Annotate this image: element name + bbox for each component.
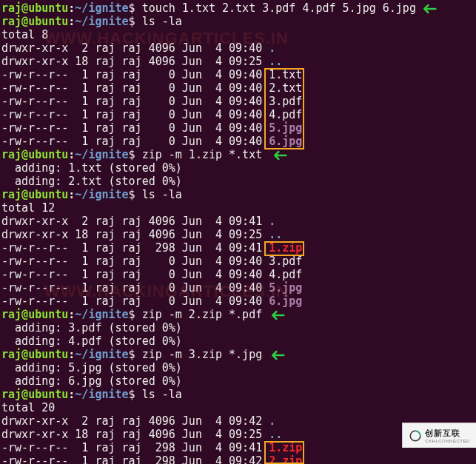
prompt-host: ubuntu xyxy=(28,308,68,321)
ls-row: drwxr-xr-x 2 raj raj 4096 Jun 4 09:40 . xyxy=(1,41,475,55)
prompt-at: @ xyxy=(21,348,28,361)
ls-meta: drwxr-xr-x 18 raj raj 4096 Jun 4 09:25 xyxy=(1,55,269,68)
command-text[interactable]: zip -m 2.zip *.pdf xyxy=(142,308,263,321)
output-line: total 20 xyxy=(1,401,475,414)
ls-meta: -rw-r--r-- 1 raj raj 0 Jun 4 09:40 xyxy=(1,68,269,81)
prompt-colon: : xyxy=(68,308,75,321)
prompt-line: raj@ubuntu:~/ignite$ zip -m 2.zip *.pdf xyxy=(1,308,475,321)
prompt-line: raj@ubuntu:~/ignite$ zip -m 1.zip *.txt xyxy=(1,148,475,161)
ls-meta: -rw-r--r-- 1 raj raj 0 Jun 4 09:40 xyxy=(1,135,269,148)
command-text[interactable]: ls -la xyxy=(142,188,182,201)
output-line: adding: 6.jpg (stored 0%) xyxy=(1,374,475,388)
output-line: adding: 1.txt (stored 0%) xyxy=(1,161,475,175)
ls-meta: -rw-r--r-- 1 raj raj 0 Jun 4 09:40 xyxy=(1,268,269,281)
ls-row: -rw-r--r-- 1 raj raj 0 Jun 4 09:40 5.jpg xyxy=(1,281,475,295)
command-text[interactable]: zip -m 1.zip *.txt xyxy=(142,148,263,161)
prompt-path: ~/ignite xyxy=(75,148,128,161)
prompt-path: ~/ignite xyxy=(75,308,128,321)
prompt-line: raj@ubuntu:~/ignite$ zip -m 3.zip *.jpg xyxy=(1,348,475,361)
output-line: adding: 3.pdf (stored 0%) xyxy=(1,321,475,334)
prompt-at: @ xyxy=(21,148,28,161)
prompt-at: @ xyxy=(21,1,28,15)
output-line: total 12 xyxy=(1,201,475,215)
ls-row: drwxr-xr-x 18 raj raj 4096 Jun 4 09:25 .… xyxy=(1,55,475,68)
prompt-dollar: $ xyxy=(129,308,142,321)
prompt-path: ~/ignite xyxy=(75,348,128,361)
ls-filename: 5.jpg xyxy=(269,281,302,295)
prompt-colon: : xyxy=(68,1,75,15)
ls-filename: 1.zip xyxy=(269,441,302,454)
prompt-colon: : xyxy=(68,348,75,361)
ls-meta: -rw-r--r-- 1 raj raj 298 Jun 4 09:42 xyxy=(1,454,269,464)
ls-row: -rw-r--r-- 1 raj raj 0 Jun 4 09:40 3.pdf xyxy=(1,255,475,268)
command-text[interactable]: ls -la xyxy=(142,388,182,401)
ls-filename: 4.pdf xyxy=(269,268,302,281)
prompt-path: ~/ignite xyxy=(75,15,128,28)
ls-row: -rw-r--r-- 1 raj raj 298 Jun 4 09:42 2.z… xyxy=(1,454,475,464)
prompt-line: raj@ubuntu:~/ignite$ ls -la xyxy=(1,388,475,401)
prompt-host: ubuntu xyxy=(28,188,68,201)
prompt-host: ubuntu xyxy=(28,1,68,15)
prompt-colon: : xyxy=(68,15,75,28)
prompt-line: raj@ubuntu:~/ignite$ ls -la xyxy=(1,15,475,28)
prompt-at: @ xyxy=(21,308,28,321)
ls-row: -rw-r--r-- 1 raj raj 0 Jun 4 09:40 3.pdf xyxy=(1,95,475,108)
ls-filename: 6.jpg xyxy=(269,135,302,148)
prompt-colon: : xyxy=(68,388,75,401)
prompt-user: raj xyxy=(1,15,21,28)
prompt-host: ubuntu xyxy=(28,388,68,401)
ls-filename: 6.jpg xyxy=(269,295,302,308)
prompt-host: ubuntu xyxy=(28,15,68,28)
terminal-output: raj@ubuntu:~/ignite$ touch 1.txt 2.txt 3… xyxy=(0,0,476,464)
publisher-badge: 创新互联 CXHLCONNECTED xyxy=(402,423,476,448)
ls-filename: 5.jpg xyxy=(269,121,302,135)
prompt-dollar: $ xyxy=(129,388,142,401)
output-line: total 8 xyxy=(1,28,475,41)
ls-meta: -rw-r--r-- 1 raj raj 298 Jun 4 09:41 xyxy=(1,441,269,454)
ls-filename: .. xyxy=(269,55,282,68)
ls-filename: . xyxy=(269,41,275,55)
ls-filename: . xyxy=(269,414,275,428)
ls-row: -rw-r--r-- 1 raj raj 0 Jun 4 09:40 4.pdf xyxy=(1,268,475,281)
publisher-brand: 创新互联 xyxy=(425,428,460,437)
prompt-user: raj xyxy=(1,148,21,161)
ls-filename: 2.txt xyxy=(269,81,302,95)
prompt-user: raj xyxy=(1,388,21,401)
ls-filename: 3.pdf xyxy=(269,95,302,108)
publisher-logo-icon xyxy=(409,429,422,443)
prompt-dollar: $ xyxy=(129,148,142,161)
ls-meta: -rw-r--r-- 1 raj raj 0 Jun 4 09:40 xyxy=(1,281,269,295)
command-text[interactable]: touch 1.txt 2.txt 3.pdf 4.pdf 5.jpg 6.jp… xyxy=(142,1,416,15)
ls-row: -rw-r--r-- 1 raj raj 0 Jun 4 09:40 4.pdf xyxy=(1,108,475,121)
prompt-line: raj@ubuntu:~/ignite$ touch 1.txt 2.txt 3… xyxy=(1,1,475,15)
ls-meta: drwxr-xr-x 2 raj raj 4096 Jun 4 09:41 xyxy=(1,215,269,228)
ls-row: drwxr-xr-x 2 raj raj 4096 Jun 4 09:41 . xyxy=(1,215,475,228)
prompt-host: ubuntu xyxy=(28,348,68,361)
prompt-dollar: $ xyxy=(129,348,142,361)
ls-filename: 1.txt xyxy=(269,68,302,81)
prompt-user: raj xyxy=(1,188,21,201)
prompt-user: raj xyxy=(1,348,21,361)
ls-row: drwxr-xr-x 18 raj raj 4096 Jun 4 09:25 .… xyxy=(1,228,475,241)
ls-row: -rw-r--r-- 1 raj raj 0 Jun 4 09:40 1.txt xyxy=(1,68,475,81)
ls-row: -rw-r--r-- 1 raj raj 298 Jun 4 09:41 1.z… xyxy=(1,241,475,255)
prompt-user: raj xyxy=(1,1,21,15)
command-text[interactable]: ls -la xyxy=(142,15,182,28)
ls-filename: .. xyxy=(269,428,282,441)
ls-meta: -rw-r--r-- 1 raj raj 0 Jun 4 09:40 xyxy=(1,295,269,308)
output-line: adding: 5.jpg (stored 0%) xyxy=(1,361,475,374)
ls-meta: -rw-r--r-- 1 raj raj 0 Jun 4 09:40 xyxy=(1,121,269,135)
prompt-at: @ xyxy=(21,388,28,401)
ls-filename: 3.pdf xyxy=(269,255,302,268)
ls-filename: . xyxy=(269,215,275,228)
ls-meta: -rw-r--r-- 1 raj raj 0 Jun 4 09:40 xyxy=(1,81,269,95)
ls-meta: drwxr-xr-x 2 raj raj 4096 Jun 4 09:40 xyxy=(1,41,269,55)
ls-meta: -rw-r--r-- 1 raj raj 0 Jun 4 09:40 xyxy=(1,255,269,268)
prompt-at: @ xyxy=(21,188,28,201)
output-line: adding: 4.pdf (stored 0%) xyxy=(1,334,475,348)
prompt-path: ~/ignite xyxy=(75,388,128,401)
ls-row: -rw-r--r-- 1 raj raj 0 Jun 4 09:40 5.jpg xyxy=(1,121,475,135)
ls-row: -rw-r--r-- 1 raj raj 0 Jun 4 09:40 2.txt xyxy=(1,81,475,95)
command-text[interactable]: zip -m 3.zip *.jpg xyxy=(142,348,263,361)
prompt-at: @ xyxy=(21,15,28,28)
